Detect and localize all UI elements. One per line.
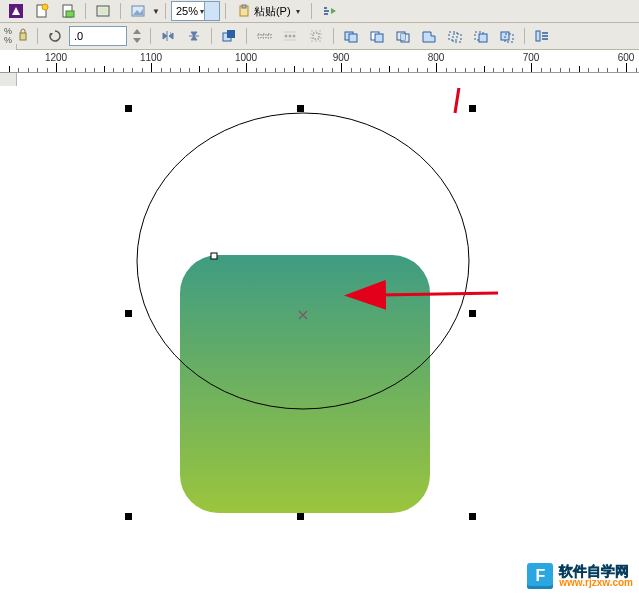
open-doc-icon[interactable] <box>56 0 80 22</box>
picture-frame-icon[interactable] <box>91 0 115 22</box>
svg-rect-4 <box>66 11 74 17</box>
rotate-icon[interactable] <box>43 25 67 47</box>
toolbar-second: % % <box>0 23 639 50</box>
ruler-label: 800 <box>428 52 445 63</box>
ruler-label: 700 <box>523 52 540 63</box>
canvas-area[interactable]: F 软件自学网 www.rjzxw.com <box>0 88 639 595</box>
selection-handle[interactable] <box>125 310 132 317</box>
weld-icon[interactable] <box>339 25 363 47</box>
ruler-label: 600 <box>618 52 635 63</box>
svg-rect-35 <box>479 34 487 42</box>
options-icon[interactable] <box>317 0 341 22</box>
paste-label: 粘贴(P) <box>254 4 291 19</box>
watermark-url: www.rjzxw.com <box>559 578 633 588</box>
annotation-arrow-top <box>455 88 462 113</box>
selection-handle[interactable] <box>297 513 304 520</box>
chevron-down-icon[interactable]: ▾ <box>204 2 219 20</box>
toolbar-top: ▼ 25% ▾ 粘贴(P) ▾ <box>0 0 639 23</box>
simplify-icon[interactable] <box>417 25 441 47</box>
watermark-logo-icon: F <box>527 563 553 589</box>
svg-rect-11 <box>20 33 26 40</box>
back-minus-front-icon[interactable] <box>469 25 493 47</box>
align-panel-icon[interactable] <box>530 25 554 47</box>
svg-marker-14 <box>133 38 141 43</box>
front-minus-back-icon[interactable] <box>443 25 467 47</box>
svg-rect-18 <box>263 34 266 38</box>
svg-point-21 <box>289 35 292 38</box>
watermark: F 软件自学网 www.rjzxw.com <box>527 563 633 589</box>
selection-handle[interactable] <box>125 513 132 520</box>
shape-node-handle[interactable] <box>211 253 217 259</box>
boundary-icon[interactable] <box>495 25 519 47</box>
new-doc-icon[interactable] <box>30 0 54 22</box>
svg-rect-6 <box>99 8 107 14</box>
dropdown-arrow-icon[interactable]: ▼ <box>152 7 160 16</box>
trim-icon[interactable] <box>365 25 389 47</box>
percent-labels: % % <box>4 27 12 45</box>
svg-rect-19 <box>268 34 271 38</box>
svg-rect-28 <box>375 34 383 42</box>
distribute-icon[interactable] <box>252 25 276 47</box>
svg-point-2 <box>42 4 48 10</box>
ruler-label: 1200 <box>45 52 67 63</box>
distribute-spacing-icon[interactable] <box>278 25 302 47</box>
svg-rect-31 <box>401 34 405 40</box>
ruler-label: 900 <box>333 52 350 63</box>
svg-rect-26 <box>349 34 357 42</box>
svg-marker-13 <box>133 29 141 34</box>
app-icon[interactable] <box>4 0 28 22</box>
svg-rect-10 <box>242 5 246 8</box>
selection-handle[interactable] <box>469 513 476 520</box>
image-placeholder-icon[interactable] <box>126 0 150 22</box>
ruler-label: 1000 <box>235 52 257 63</box>
selection-handle[interactable] <box>297 105 304 112</box>
wrap-icon[interactable] <box>304 25 328 47</box>
watermark-title: 软件自学网 <box>559 564 633 578</box>
rotation-input[interactable] <box>69 26 127 46</box>
selection-handle[interactable] <box>469 310 476 317</box>
ruler-label: 1100 <box>140 52 162 63</box>
intersect-icon[interactable] <box>391 25 415 47</box>
mirror-vertical-icon[interactable] <box>182 25 206 47</box>
svg-rect-16 <box>227 30 235 38</box>
svg-point-20 <box>285 35 288 38</box>
ruler-horizontal: 120011001000900800700600 <box>0 50 639 73</box>
selection-handle[interactable] <box>469 105 476 112</box>
to-front-icon[interactable] <box>217 25 241 47</box>
clipboard-icon <box>237 4 251 18</box>
zoom-combo[interactable]: 25% ▾ <box>171 1 220 21</box>
mirror-horizontal-icon[interactable] <box>156 25 180 47</box>
chevron-down-icon[interactable]: ▾ <box>296 7 300 16</box>
svg-point-22 <box>293 35 296 38</box>
svg-rect-24 <box>313 33 319 39</box>
spinner-icon[interactable] <box>129 25 145 47</box>
annotation-arrow-mid <box>380 293 498 295</box>
svg-rect-17 <box>258 34 261 38</box>
selection-handle[interactable] <box>125 105 132 112</box>
paste-menu[interactable]: 粘贴(P) ▾ <box>231 2 306 20</box>
svg-rect-38 <box>536 31 540 41</box>
